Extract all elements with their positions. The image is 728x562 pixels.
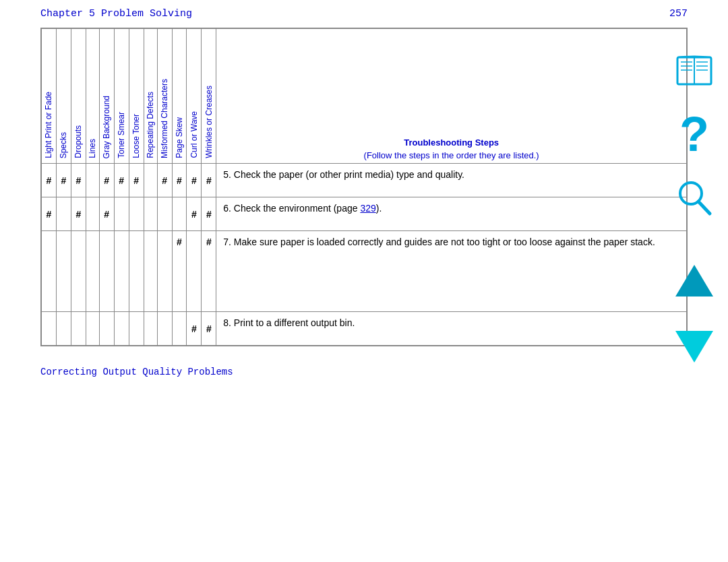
mark-r2c7	[129, 197, 144, 231]
mark-r1c7: #	[129, 164, 144, 197]
mark-r1c6: #	[114, 164, 129, 197]
mark-r2c1: #	[42, 197, 57, 231]
table-row: # # 7. Make sure paper is loaded correct…	[42, 231, 687, 312]
mark-r4c5	[99, 312, 114, 346]
row3-description: 7. Make sure paper is loaded correctly a…	[216, 231, 687, 312]
mark-r2c5: #	[99, 197, 114, 231]
mark-r4c11: #	[187, 312, 202, 346]
mark-r4c1	[42, 312, 57, 346]
col-toner-smear: Toner Smear	[114, 29, 129, 164]
mark-r1c10: #	[172, 164, 187, 197]
mark-r3c8	[144, 231, 157, 312]
main-content: Light Print or Fade Specks Dropouts Line…	[0, 28, 728, 346]
svg-marker-10	[675, 265, 713, 296]
troubleshooting-header-cell: Troubleshooting Steps (Follow the steps …	[216, 29, 687, 164]
col-gray-bg: Gray Background	[99, 29, 114, 164]
mark-r1c2: #	[56, 164, 71, 197]
book-icon[interactable]	[674, 54, 715, 90]
mark-r2c11: #	[187, 197, 202, 231]
mark-r2c10	[172, 197, 187, 231]
mark-r1c11: #	[187, 164, 202, 197]
mark-r4c10	[172, 312, 187, 346]
mark-r2c4	[86, 197, 99, 231]
table-row: # # # # # 6. Check the environment (page…	[42, 197, 687, 231]
col-light-print: Light Print or Fade	[42, 29, 57, 164]
col-page-skew: Page Skew	[172, 29, 187, 164]
chapter-title: Chapter 5 Problem Solving	[40, 8, 192, 20]
page-header: Chapter 5 Problem Solving 257	[0, 0, 728, 28]
footer-text: Correcting Output Quality Problems	[0, 360, 728, 384]
mark-r3c12: #	[202, 231, 216, 312]
mark-r1c1: #	[42, 164, 57, 197]
mark-r4c6	[114, 312, 129, 346]
mark-r3c3	[71, 231, 86, 312]
col-repeating: Repeating Defects	[144, 29, 157, 164]
mark-r3c5	[99, 231, 114, 312]
page-number: 257	[669, 8, 688, 20]
mark-r4c7	[129, 312, 144, 346]
mark-r2c9	[157, 197, 172, 231]
troubleshooting-subtitle: (Follow the steps in the order they are …	[218, 150, 685, 160]
troubleshooting-title: Troubleshooting Steps	[218, 137, 685, 148]
col-dropouts: Dropouts	[71, 29, 86, 164]
table-header-row: Light Print or Fade Specks Dropouts Line…	[42, 29, 687, 164]
mark-r2c8	[144, 197, 157, 231]
svg-marker-11	[675, 331, 713, 363]
mark-r3c4	[86, 231, 99, 312]
sidebar: ?	[674, 54, 715, 367]
mark-r3c9	[157, 231, 172, 312]
col-loose-toner: Loose Toner	[129, 29, 144, 164]
table-row: # # 8. Print to a different output bin.	[42, 312, 687, 346]
mark-r3c7	[129, 231, 144, 312]
col-misformed: Misformed Characters	[157, 29, 172, 164]
mark-r1c4	[86, 164, 99, 197]
col-lines: Lines	[86, 29, 99, 164]
table-row: # # # # # # # # # # 5. Check the paper (…	[42, 164, 687, 197]
page-link-329[interactable]: 329	[360, 203, 375, 214]
mark-r2c2	[56, 197, 71, 231]
mark-r3c6	[114, 231, 129, 312]
col-curl-wave: Curl or Wave	[187, 29, 202, 164]
mark-r4c3	[71, 312, 86, 346]
question-icon[interactable]: ?	[677, 110, 711, 158]
row1-description: 5. Check the paper (or other print media…	[216, 164, 687, 197]
mark-r4c2	[56, 312, 71, 346]
mark-r1c9: #	[157, 164, 172, 197]
footer-label: Correcting Output Quality Problems	[40, 367, 233, 377]
mark-r3c1	[42, 231, 57, 312]
mark-r3c10: #	[172, 231, 187, 312]
mark-r1c12: #	[202, 164, 216, 197]
mark-r2c12: #	[202, 197, 216, 231]
arrow-down-button[interactable]	[674, 327, 715, 367]
mark-r4c12: #	[202, 312, 216, 346]
magnifier-icon[interactable]	[676, 179, 713, 221]
mark-r4c4	[86, 312, 99, 346]
mark-r3c11	[187, 231, 202, 312]
mark-r3c2	[56, 231, 71, 312]
col-specks: Specks	[56, 29, 71, 164]
mark-r1c5: #	[99, 164, 114, 197]
mark-r2c3: #	[71, 197, 86, 231]
mark-r1c8	[144, 164, 157, 197]
troubleshooting-table: Light Print or Fade Specks Dropouts Line…	[41, 28, 687, 346]
arrow-up-button[interactable]	[674, 261, 715, 301]
row4-description: 8. Print to a different output bin.	[216, 312, 687, 346]
mark-r2c6	[114, 197, 129, 231]
table-container: Light Print or Fade Specks Dropouts Line…	[40, 28, 688, 346]
row2-description: 6. Check the environment (page 329).	[216, 197, 687, 231]
svg-line-9	[698, 201, 710, 214]
mark-r4c8	[144, 312, 157, 346]
mark-r4c9	[157, 312, 172, 346]
mark-r1c3: #	[71, 164, 86, 197]
col-wrinkles: Wrinkles or Creases	[202, 29, 216, 164]
